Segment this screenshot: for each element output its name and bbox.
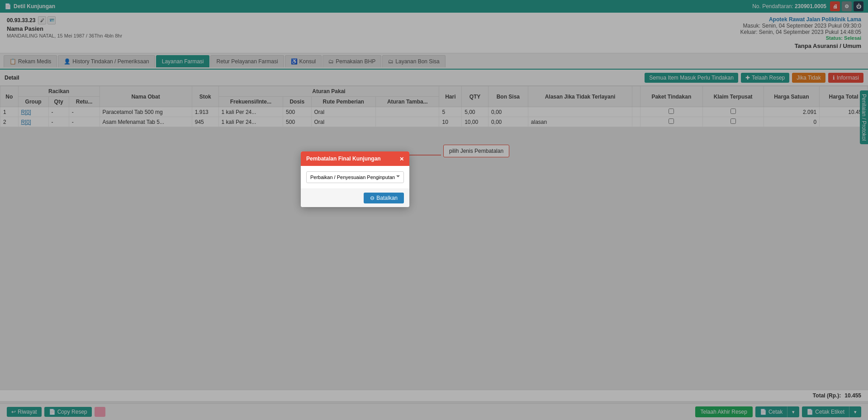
batalkan-button[interactable]: ⊖ Batalkan bbox=[364, 193, 404, 203]
close-icon: ✕ bbox=[399, 156, 404, 162]
modal-body: Perbaikan / Penyesuaian Penginputan bbox=[301, 166, 409, 189]
stop-icon: ⊖ bbox=[370, 195, 375, 201]
modal-header: Pembatalan Final Kunjungan ✕ bbox=[301, 151, 409, 166]
batalkan-label: Batalkan bbox=[376, 195, 398, 201]
jenis-pembatalan-select[interactable]: Perbaikan / Penyesuaian Penginputan bbox=[306, 171, 404, 183]
pembatalan-modal: Pembatalan Final Kunjungan ✕ Perbaikan /… bbox=[301, 151, 409, 207]
modal-close-button[interactable]: ✕ bbox=[399, 155, 404, 162]
modal-title: Pembatalan Final Kunjungan bbox=[306, 156, 381, 162]
modal-footer: ⊖ Batalkan bbox=[301, 189, 409, 207]
modal-overlay: Pembatalan Final Kunjungan ✕ Perbaikan /… bbox=[0, 0, 868, 420]
